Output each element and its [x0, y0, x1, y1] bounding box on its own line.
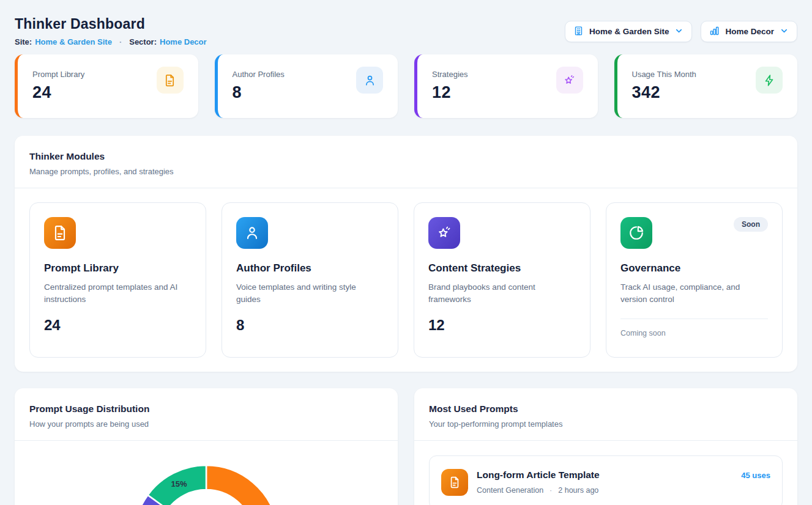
stat-label: Usage This Month: [632, 70, 696, 79]
prompt-title: Long-form Article Template: [477, 470, 732, 481]
modules-header: Thinker Modules Manage prompts, profiles…: [15, 136, 797, 188]
stat-value: 8: [233, 83, 285, 102]
stat-value: 342: [632, 83, 696, 102]
sector-label: Sector:: [129, 37, 157, 46]
modules-title: Thinker Modules: [29, 151, 783, 162]
sparkle-icon: [428, 217, 460, 249]
stat-value: 24: [32, 83, 84, 102]
usage-subtitle: How your prompts are being used: [29, 419, 383, 429]
page-title: Thinker Dashboard: [15, 16, 207, 32]
document-icon: [157, 67, 184, 94]
module-title: Governance: [620, 262, 768, 275]
donut-slice: [206, 465, 278, 505]
dashboard-page: Thinker Dashboard Site: Home & Garden Si…: [0, 0, 812, 505]
sector-selector-dropdown[interactable]: Home Decor: [701, 21, 797, 42]
stat-card-usage: Usage This Month 342: [614, 54, 798, 118]
sector-selector-label: Home Decor: [725, 27, 774, 36]
modules-grid: Prompt Library Centralized prompt templa…: [15, 188, 797, 372]
module-card-content-strategies[interactable]: Content Strategies Brand playbooks and c…: [414, 202, 590, 358]
stat-label: Prompt Library: [32, 70, 84, 79]
site-link[interactable]: Home & Garden Site: [35, 37, 112, 46]
stat-text: Usage This Month 342: [632, 65, 696, 107]
document-icon: [44, 217, 76, 249]
prompt-info: Long-form Article Template Content Gener…: [477, 469, 732, 495]
site-selector-dropdown[interactable]: Home & Garden Site: [565, 21, 693, 42]
donut-slice-label: 15%: [171, 479, 187, 488]
stat-value: 12: [432, 83, 468, 102]
module-description: Centralized prompt templates and AI inst…: [44, 281, 188, 306]
prompt-uses-badge: 45 uses: [741, 471, 770, 480]
module-description: Track AI usage, compliance, and version …: [620, 281, 765, 306]
stat-text: Prompt Library 24: [32, 65, 84, 107]
module-count: 8: [236, 317, 384, 334]
modules-subtitle: Manage prompts, profiles, and strategies: [29, 167, 783, 176]
module-title: Prompt Library: [44, 262, 192, 275]
document-icon: [441, 469, 468, 496]
user-icon: [356, 67, 383, 94]
usage-chart-area: 15%: [15, 441, 398, 505]
module-count: 12: [428, 317, 576, 334]
stats-row: Prompt Library 24 Author Profiles 8: [15, 54, 797, 118]
breadcrumb: Site: Home & Garden Site · Sector: Home …: [15, 37, 207, 46]
meta-separator: ·: [549, 486, 552, 495]
module-description: Voice templates and writing style guides: [236, 281, 381, 306]
thinker-modules-panel: Thinker Modules Manage prompts, profiles…: [15, 136, 797, 372]
chevron-down-icon: [780, 26, 789, 37]
bottom-row: Prompt Usage Distribution How your promp…: [15, 388, 797, 505]
stat-text: Author Profiles 8: [233, 65, 285, 107]
list-item-long-form-article[interactable]: Long-form Article Template Content Gener…: [429, 455, 783, 505]
prompt-list: Long-form Article Template Content Gener…: [414, 441, 797, 505]
coming-soon-text: Coming soon: [620, 329, 768, 337]
bar-chart-icon: [709, 26, 720, 38]
module-count: 24: [44, 317, 192, 334]
usage-header: Prompt Usage Distribution How your promp…: [15, 388, 398, 440]
site-label: Site:: [15, 37, 32, 46]
user-icon: [236, 217, 268, 249]
stat-card-prompt-library: Prompt Library 24: [15, 54, 198, 118]
stat-text: Strategies 12: [432, 65, 468, 107]
breadcrumb-separator: ·: [119, 37, 122, 46]
top-bar: Thinker Dashboard Site: Home & Garden Si…: [15, 15, 797, 46]
stat-card-author-profiles: Author Profiles 8: [215, 54, 398, 118]
header-left: Thinker Dashboard Site: Home & Garden Si…: [15, 15, 207, 46]
stat-label: Strategies: [432, 70, 468, 79]
most-used-prompts-panel: Most Used Prompts Your top-performing pr…: [414, 388, 797, 505]
prompts-subtitle: Your top-performing prompt templates: [429, 419, 783, 429]
header-selectors: Home & Garden Site Home Decor: [565, 21, 797, 42]
stat-label: Author Profiles: [233, 70, 285, 79]
sparkle-icon: [556, 67, 583, 94]
module-card-author-profiles[interactable]: Author Profiles Voice templates and writ…: [222, 202, 398, 358]
stat-card-strategies: Strategies 12: [414, 54, 598, 118]
pie-chart-icon: [620, 217, 652, 249]
prompts-title: Most Used Prompts: [429, 404, 783, 415]
building-icon: [573, 26, 584, 38]
module-title: Author Profiles: [236, 262, 384, 275]
module-description: Brand playbooks and content frameworks: [428, 281, 573, 306]
soon-badge: Soon: [734, 217, 768, 232]
usage-donut-chart: 15%: [133, 464, 280, 505]
module-title: Content Strategies: [428, 262, 576, 275]
prompt-category: Content Generation: [477, 486, 543, 495]
sector-link[interactable]: Home Decor: [160, 37, 207, 46]
prompt-time: 2 hours ago: [558, 486, 598, 495]
prompt-meta: Content Generation · 2 hours ago: [477, 486, 732, 495]
site-selector-label: Home & Garden Site: [589, 27, 669, 36]
chevron-down-icon: [674, 26, 683, 37]
zap-icon: [756, 67, 783, 94]
usage-distribution-panel: Prompt Usage Distribution How your promp…: [15, 388, 398, 505]
module-card-prompt-library[interactable]: Prompt Library Centralized prompt templa…: [29, 202, 206, 358]
module-card-governance[interactable]: Soon Governance Track AI usage, complian…: [606, 202, 783, 358]
module-footer-divider: [620, 319, 768, 319]
usage-title: Prompt Usage Distribution: [29, 404, 383, 415]
prompts-header: Most Used Prompts Your top-performing pr…: [414, 388, 797, 440]
